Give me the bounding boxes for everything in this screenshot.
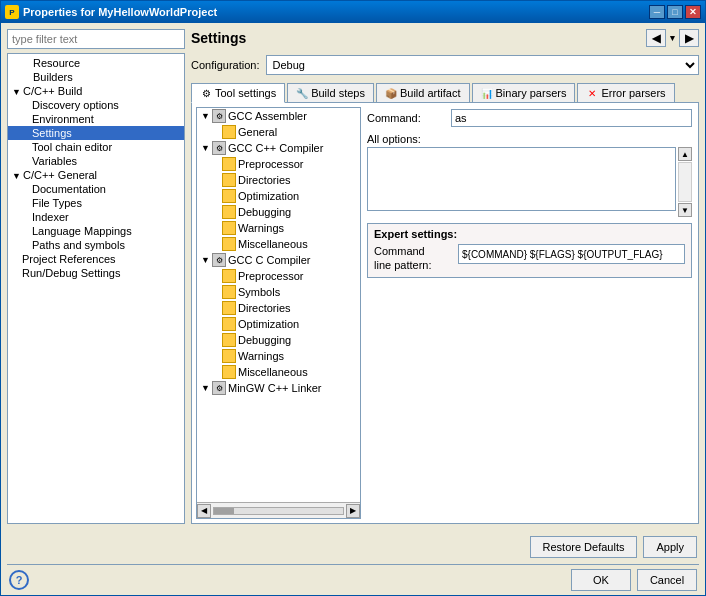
- tab-tool-settings-label: Tool settings: [215, 87, 276, 99]
- tab-build-steps-label: Build steps: [311, 87, 365, 99]
- stree-item-warnings-c[interactable]: Warnings: [197, 348, 360, 364]
- stree-item-optimization[interactable]: Optimization: [197, 188, 360, 204]
- mingw-label: MinGW C++ Linker: [228, 382, 322, 394]
- stree-item-gcc-c-compiler[interactable]: ▼ ⚙ GCC C Compiler: [197, 252, 360, 268]
- sidebar-item-builders[interactable]: Builders: [8, 70, 184, 84]
- sidebar-item-discovery[interactable]: Discovery options: [8, 98, 184, 112]
- scroll-left-button[interactable]: ◀: [197, 504, 211, 518]
- all-options-textarea[interactable]: [367, 147, 676, 211]
- warnings-icon: [222, 221, 236, 235]
- tab-build-steps[interactable]: 🔧 Build steps: [287, 83, 374, 102]
- expert-settings-title: Expert settings:: [374, 228, 685, 240]
- warnings-c-label: Warnings: [238, 350, 284, 362]
- directories-label: Directories: [238, 174, 291, 186]
- toggle-icon: ▼: [201, 111, 210, 121]
- error-parsers-icon: ✕: [586, 87, 598, 99]
- stree-item-directories[interactable]: Directories: [197, 172, 360, 188]
- tool-settings-icon: ⚙: [200, 87, 212, 99]
- stree-item-gcc-assembler[interactable]: ▼ ⚙ GCC Assembler: [197, 108, 360, 124]
- stree-item-debugging[interactable]: Debugging: [197, 204, 360, 220]
- main-panel: Settings ◀ ▾ ▶ Configuration: Debug Rele…: [191, 29, 699, 524]
- expert-settings-section: Expert settings: Commandline pattern:: [367, 223, 692, 278]
- tree-scrollbar: ◀ ▶: [197, 502, 360, 518]
- sidebar-item-environment[interactable]: Environment: [8, 112, 184, 126]
- tab-build-artifact-label: Build artifact: [400, 87, 461, 99]
- stree-item-general-asm[interactable]: General: [197, 124, 360, 140]
- sidebar-item-run-debug[interactable]: Run/Debug Settings: [8, 266, 184, 280]
- stree-item-mingw-linker[interactable]: ▼ ⚙ MinGW C++ Linker: [197, 380, 360, 396]
- toggle-icon: ▼: [12, 171, 21, 181]
- stree-item-warnings[interactable]: Warnings: [197, 220, 360, 236]
- settings-tree-content: ▼ ⚙ GCC Assembler General ▼: [197, 108, 360, 502]
- tab-binary-parsers[interactable]: 📊 Binary parsers: [472, 83, 576, 102]
- help-button[interactable]: ?: [9, 570, 29, 590]
- stree-item-debugging-c[interactable]: Debugging: [197, 332, 360, 348]
- maximize-button[interactable]: □: [667, 5, 683, 19]
- mingw-icon: ⚙: [212, 381, 226, 395]
- minimize-button[interactable]: ─: [649, 5, 665, 19]
- sidebar-item-cpp-build[interactable]: ▼C/C++ Build: [8, 84, 184, 98]
- apply-button[interactable]: Apply: [643, 536, 697, 558]
- stree-item-optimization-c[interactable]: Optimization: [197, 316, 360, 332]
- settings-header: Settings ◀ ▾ ▶: [191, 29, 699, 47]
- scroll-track[interactable]: [213, 507, 344, 515]
- back-button[interactable]: ◀: [646, 29, 666, 47]
- toggle-icon: ▼: [201, 255, 210, 265]
- stree-item-gcc-cpp-compiler[interactable]: ▼ ⚙ GCC C++ Compiler: [197, 140, 360, 156]
- settings-title: Settings: [191, 30, 246, 46]
- window-title: Properties for MyHellowWorldProject: [23, 6, 217, 18]
- sidebar-item-filetypes[interactable]: File Types: [8, 196, 184, 210]
- settings-tree-panel: ▼ ⚙ GCC Assembler General ▼: [196, 107, 361, 519]
- symbols-label: Symbols: [238, 286, 280, 298]
- tab-error-parsers[interactable]: ✕ Error parsers: [577, 83, 674, 102]
- settings-right-panel: Command: All options: ▲ ▼: [365, 107, 694, 519]
- toggle-icon: ▼: [201, 383, 210, 393]
- cancel-button[interactable]: Cancel: [637, 569, 697, 591]
- optimization-c-label: Optimization: [238, 318, 299, 330]
- command-input[interactable]: [451, 109, 692, 127]
- directories-c-icon: [222, 301, 236, 315]
- bottom-buttons-bar: Restore Defaults Apply: [1, 530, 705, 564]
- restore-defaults-button[interactable]: Restore Defaults: [530, 536, 638, 558]
- scrollbar-up-button[interactable]: ▲: [678, 147, 692, 161]
- configuration-select[interactable]: Debug Release Default: [266, 55, 700, 75]
- close-button[interactable]: ✕: [685, 5, 701, 19]
- command-line-pattern-row: Commandline pattern:: [374, 244, 685, 273]
- miscellaneous-c-label: Miscellaneous: [238, 366, 308, 378]
- scrollbar-track: [678, 162, 692, 202]
- filter-input[interactable]: [7, 29, 185, 49]
- debugging-label: Debugging: [238, 206, 291, 218]
- sidebar-tree: Resource Builders ▼C/C++ Build Discovery…: [7, 53, 185, 524]
- sidebar-item-settings[interactable]: Settings: [8, 126, 184, 140]
- stree-item-miscellaneous[interactable]: Miscellaneous: [197, 236, 360, 252]
- sidebar-item-toolchain[interactable]: Tool chain editor: [8, 140, 184, 154]
- sidebar-item-project-refs[interactable]: Project References: [8, 252, 184, 266]
- footer-bar: ? OK Cancel: [1, 565, 705, 595]
- command-line-pattern-input[interactable]: [458, 244, 685, 264]
- sidebar-item-indexer[interactable]: Indexer: [8, 210, 184, 224]
- content-area: Resource Builders ▼C/C++ Build Discovery…: [1, 23, 705, 530]
- build-artifact-icon: 📦: [385, 87, 397, 99]
- preprocessor-icon: [222, 157, 236, 171]
- symbols-icon: [222, 285, 236, 299]
- sidebar-item-langmappings[interactable]: Language Mappings: [8, 224, 184, 238]
- stree-item-preprocessor-c[interactable]: Preprocessor: [197, 268, 360, 284]
- config-label: Configuration:: [191, 59, 260, 71]
- stree-item-symbols[interactable]: Symbols: [197, 284, 360, 300]
- tab-tool-settings[interactable]: ⚙ Tool settings: [191, 83, 285, 103]
- sidebar-item-documentation[interactable]: Documentation: [8, 182, 184, 196]
- forward-button[interactable]: ▶: [679, 29, 699, 47]
- sidebar-item-cpp-general[interactable]: ▼C/C++ General: [8, 168, 184, 182]
- tab-build-artifact[interactable]: 📦 Build artifact: [376, 83, 470, 102]
- ok-button[interactable]: OK: [571, 569, 631, 591]
- scrollbar-down-button[interactable]: ▼: [678, 203, 692, 217]
- sidebar-item-paths-symbols[interactable]: Paths and symbols: [8, 238, 184, 252]
- stree-item-preprocessor[interactable]: Preprocessor: [197, 156, 360, 172]
- sidebar-item-resource[interactable]: Resource: [8, 56, 184, 70]
- sidebar-item-variables[interactable]: Variables: [8, 154, 184, 168]
- settings-tree-wrapper: ▼ ⚙ GCC Assembler General ▼: [196, 107, 361, 519]
- scroll-right-button[interactable]: ▶: [346, 504, 360, 518]
- stree-item-directories-c[interactable]: Directories: [197, 300, 360, 316]
- optimization-icon: [222, 189, 236, 203]
- stree-item-miscellaneous-c[interactable]: Miscellaneous: [197, 364, 360, 380]
